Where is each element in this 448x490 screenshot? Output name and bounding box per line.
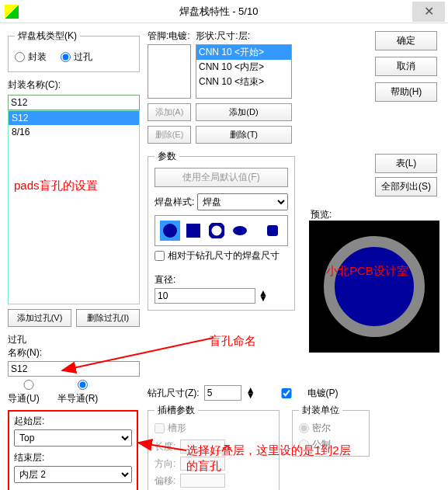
slot-length	[180, 440, 225, 454]
package-list[interactable]: S12 8/16	[8, 110, 140, 304]
shape-label: 形状:尺寸:层:	[196, 30, 292, 43]
svg-rect-1	[186, 224, 200, 238]
pad-style-select[interactable]: 焊盘	[197, 193, 288, 210]
package-name-input[interactable]	[8, 95, 140, 110]
add-d-button[interactable]: 添加(D)	[196, 103, 292, 121]
listall-button[interactable]: 全部列出(S)	[375, 177, 437, 196]
via-name-input[interactable]	[8, 361, 140, 377]
via-blind[interactable]: 半导通(R)	[57, 380, 109, 405]
slot-legend: 插槽参数	[155, 404, 198, 417]
params-group: 参数 使用全局默认值(F) 焊盘样式: 焊盘 相对于钻孔尺寸的焊盘尺寸 直径: …	[148, 150, 295, 311]
list-item[interactable]: 8/16	[9, 125, 139, 139]
drill-input[interactable]	[204, 385, 241, 401]
start-layer-label: 起始层:	[14, 415, 132, 428]
unit-group: 封装单位 密尔 公制	[292, 404, 370, 457]
pad-style-label: 焊盘样式:	[155, 196, 194, 209]
del-t-button[interactable]: 删除(T)	[196, 126, 292, 144]
diameter-input[interactable]	[155, 288, 255, 304]
pin-label: 管脚:电镀:	[148, 30, 191, 43]
add-a-button[interactable]: 添加(A)	[148, 103, 191, 121]
shape-picker	[155, 215, 288, 246]
plated-checkbox[interactable]: 电镀(P)	[268, 387, 339, 400]
via-name-label2: 名称(N):	[8, 346, 140, 360]
end-layer-select[interactable]: 内层 2	[14, 466, 132, 483]
drill-spinner[interactable]: ▲▼	[246, 387, 255, 398]
layer-range-box: 起始层: Top 结束层: 内层 2	[8, 410, 138, 490]
table-button[interactable]: 表(L)	[375, 154, 437, 173]
svg-point-2	[210, 224, 224, 238]
shape-list[interactable]: CNN 10 <开始> CNN 10 <内层> CNN 10 <结束>	[196, 44, 292, 99]
add-via-button[interactable]: 添加过孔(V)	[8, 309, 71, 327]
shape-donut[interactable]	[207, 221, 227, 241]
params-legend: 参数	[155, 150, 179, 163]
list-item[interactable]: CNN 10 <开始>	[196, 45, 291, 60]
preview-pane	[309, 221, 439, 353]
slot-dir	[180, 457, 225, 471]
app-icon	[5, 5, 19, 19]
shape-circle[interactable]	[160, 221, 180, 241]
slot-checkbox[interactable]: 槽形	[155, 422, 273, 435]
end-layer-label: 结束层:	[14, 451, 132, 464]
close-button[interactable]: ✕	[412, 2, 445, 22]
help-button[interactable]: 帮助(H)	[375, 82, 437, 102]
padtype-via[interactable]: 过孔	[61, 50, 92, 64]
shape-oval[interactable]	[230, 221, 250, 241]
shape-custom[interactable]	[262, 221, 283, 241]
padtype-package[interactable]: 封装	[15, 50, 47, 64]
padstack-type-group: 焊盘栈类型(K) 封装 过孔	[8, 30, 140, 72]
list-item[interactable]: CNN 10 <内层>	[196, 60, 291, 75]
svg-rect-4	[267, 225, 278, 236]
preview-shape-icon	[324, 236, 425, 337]
package-name-label: 封装名称(C):	[8, 78, 140, 92]
pin-list[interactable]	[148, 44, 191, 99]
drill-label: 钻孔尺寸(Z):	[148, 387, 200, 400]
list-item[interactable]: S12	[9, 111, 139, 125]
list-item[interactable]: CNN 10 <结束>	[196, 75, 291, 89]
via-through[interactable]: 导通(U)	[8, 380, 50, 405]
annotation-2: 盲孔命名	[210, 334, 256, 349]
window-title: 焊盘栈特性 - 5/10	[25, 5, 412, 19]
svg-point-0	[163, 224, 177, 238]
diameter-label: 直径:	[155, 273, 288, 287]
cancel-button[interactable]: 取消	[375, 57, 437, 76]
diameter-spinner[interactable]: ▲▼	[259, 290, 268, 301]
unit-mm[interactable]: 公制	[299, 438, 363, 451]
slot-group: 插槽参数 槽形 长度: 方向: 偏移:	[148, 404, 280, 490]
preview-label: 预览:	[311, 208, 332, 221]
svg-point-3	[233, 226, 247, 235]
relative-to-drill-checkbox[interactable]: 相对于钻孔尺寸的焊盘尺寸	[155, 249, 288, 262]
padstack-type-legend: 焊盘栈类型(K)	[15, 30, 80, 43]
ok-button[interactable]: 确定	[375, 31, 437, 50]
unit-mil[interactable]: 密尔	[299, 422, 363, 435]
use-defaults-button[interactable]: 使用全局默认值(F)	[155, 168, 288, 187]
unit-legend: 封装单位	[299, 404, 342, 417]
del-e-button[interactable]: 删除(E)	[148, 126, 191, 144]
delete-via-button[interactable]: 删除过孔(I)	[76, 309, 140, 327]
shape-square[interactable]	[183, 221, 203, 241]
start-layer-select[interactable]: Top	[14, 429, 132, 447]
via-name-label1: 过孔	[8, 333, 140, 346]
slot-offset	[180, 474, 225, 488]
